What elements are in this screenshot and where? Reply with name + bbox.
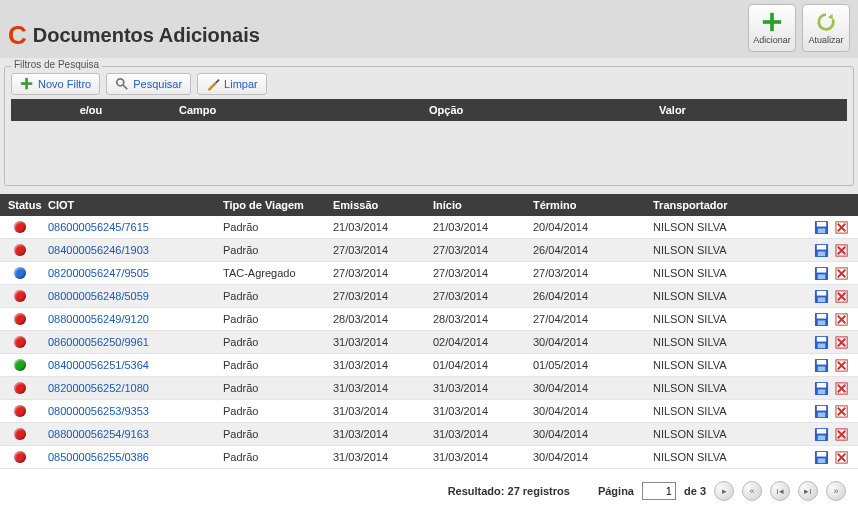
filters-fieldset: Filtros de Pesquisa Novo Filtro Pesquisa… [4,66,854,186]
svg-rect-27 [818,297,826,302]
svg-rect-14 [817,244,826,249]
cell-tipo: Padrão [215,221,325,233]
svg-rect-44 [817,359,826,364]
cell-emissao: 27/03/2014 [325,290,425,302]
cell-transportador: NILSON SILVA [645,290,808,302]
cell-transportador: NILSON SILVA [645,313,808,325]
table-row: 080000056248/5059Padrão27/03/201427/03/2… [0,285,858,308]
save-icon[interactable] [814,289,829,304]
delete-icon[interactable] [835,450,850,465]
new-filter-label: Novo Filtro [38,78,91,90]
refresh-c-icon: C [8,20,27,51]
cell-emissao: 27/03/2014 [325,267,425,279]
save-icon[interactable] [814,266,829,281]
cell-tipo: Padrão [215,405,325,417]
data-header-row: Status CIOT Tipo de Viagem Emissão Iníci… [0,194,858,216]
ciot-link[interactable]: 086000056250/9961 [40,336,215,348]
delete-icon[interactable] [835,220,850,235]
table-row: 082000056252/1080Padrão31/03/201431/03/2… [0,377,858,400]
save-icon[interactable] [814,450,829,465]
ciot-link[interactable]: 080000056248/5059 [40,290,215,302]
delete-icon[interactable] [835,358,850,373]
pager-prev-step[interactable]: ı◂ [770,481,790,501]
save-icon[interactable] [814,220,829,235]
cell-emissao: 28/03/2014 [325,313,425,325]
save-icon[interactable] [814,427,829,442]
save-icon[interactable] [814,312,829,327]
status-dot-icon [14,221,26,233]
table-row: 080000056253/9353Padrão31/03/201431/03/2… [0,400,858,423]
cell-inicio: 27/03/2014 [425,290,525,302]
cell-termino: 30/04/2014 [525,428,645,440]
magnifier-icon [115,77,129,91]
svg-rect-3 [21,82,32,85]
cell-inicio: 02/04/2014 [425,336,525,348]
svg-rect-68 [817,451,826,456]
delete-icon[interactable] [835,266,850,281]
delete-icon[interactable] [835,381,850,396]
cell-emissao: 31/03/2014 [325,336,425,348]
svg-rect-56 [817,405,826,410]
cell-transportador: NILSON SILVA [645,267,808,279]
svg-rect-62 [817,428,826,433]
delete-icon[interactable] [835,404,850,419]
svg-rect-1 [763,20,781,24]
svg-rect-39 [818,343,826,348]
cell-termino: 30/04/2014 [525,336,645,348]
cell-emissao: 31/03/2014 [325,428,425,440]
cell-transportador: NILSON SILVA [645,405,808,417]
pager-next[interactable]: ▸ [714,481,734,501]
cell-inicio: 31/03/2014 [425,428,525,440]
ciot-link[interactable]: 086000056245/7615 [40,221,215,233]
status-dot-icon [14,428,26,440]
ciot-link[interactable]: 088000056254/9163 [40,428,215,440]
save-icon[interactable] [814,358,829,373]
pager-next-step[interactable]: ▸ı [798,481,818,501]
svg-rect-45 [818,366,826,371]
ciot-link[interactable]: 085000056255/0386 [40,451,215,463]
search-button[interactable]: Pesquisar [106,73,191,95]
ciot-link[interactable]: 080000056253/9353 [40,405,215,417]
page-of: de 3 [684,485,706,497]
svg-rect-26 [817,290,826,295]
status-dot-icon [14,336,26,348]
new-filter-button[interactable]: Novo Filtro [11,73,100,95]
ciot-link[interactable]: 084000056251/5364 [40,359,215,371]
status-dot-icon [14,290,26,302]
ciot-link[interactable]: 082000056247/9505 [40,267,215,279]
delete-icon[interactable] [835,427,850,442]
clear-button[interactable]: Limpar [197,73,267,95]
cell-inicio: 21/03/2014 [425,221,525,233]
filter-col-eou: e/ou [11,99,171,121]
save-icon[interactable] [814,404,829,419]
page-input[interactable] [642,482,676,500]
cell-termino: 30/04/2014 [525,405,645,417]
col-emissao: Emissão [325,194,425,216]
ciot-link[interactable]: 088000056249/9120 [40,313,215,325]
pager-last[interactable]: » [826,481,846,501]
cell-emissao: 31/03/2014 [325,405,425,417]
delete-icon[interactable] [835,289,850,304]
svg-rect-9 [818,228,826,233]
cell-emissao: 27/03/2014 [325,244,425,256]
save-icon[interactable] [814,381,829,396]
refresh-button[interactable]: Atualizar [802,4,850,52]
cell-transportador: NILSON SILVA [645,359,808,371]
ciot-link[interactable]: 082000056252/1080 [40,382,215,394]
cell-transportador: NILSON SILVA [645,221,808,233]
save-icon[interactable] [814,243,829,258]
add-button[interactable]: Adicionar [748,4,796,52]
cell-termino: 27/03/2014 [525,267,645,279]
cell-inicio: 27/03/2014 [425,244,525,256]
delete-icon[interactable] [835,312,850,327]
save-icon[interactable] [814,335,829,350]
svg-rect-15 [818,251,826,256]
cell-tipo: Padrão [215,313,325,325]
delete-icon[interactable] [835,335,850,350]
filter-col-valor: Valor [651,99,847,121]
delete-icon[interactable] [835,243,850,258]
pager-first[interactable]: « [742,481,762,501]
ciot-link[interactable]: 084000056246/1903 [40,244,215,256]
cell-emissao: 31/03/2014 [325,382,425,394]
data-body: 086000056245/7615Padrão21/03/201421/03/2… [0,216,858,469]
